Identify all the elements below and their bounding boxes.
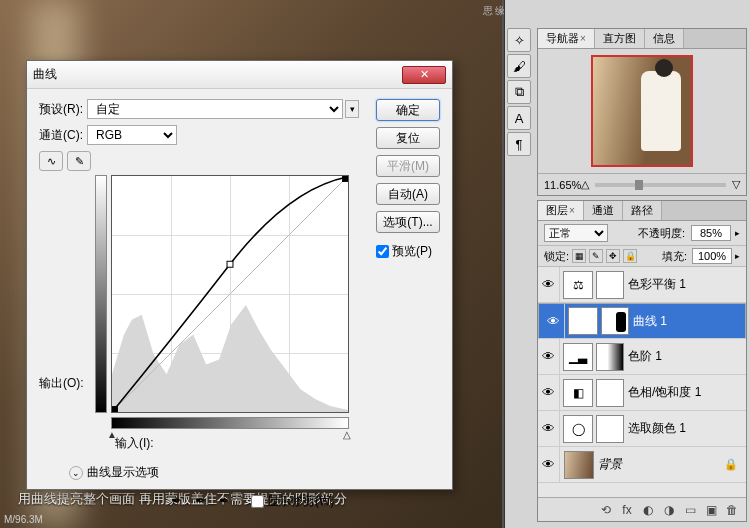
output-gradient: [95, 175, 107, 413]
white-point-slider[interactable]: △: [343, 429, 351, 440]
image-thumb: [564, 451, 594, 479]
preview-checkbox[interactable]: [376, 245, 389, 258]
zoom-out-icon[interactable]: △: [581, 178, 589, 191]
channel-select[interactable]: RGB: [87, 125, 177, 145]
navigator-thumbnail[interactable]: [591, 55, 693, 167]
curve-graph[interactable]: [111, 175, 349, 413]
tab-layers[interactable]: 图层×: [538, 201, 584, 220]
svg-rect-1: [227, 261, 233, 267]
preset-label: 预设(R):: [39, 101, 83, 118]
lock-image-icon[interactable]: ✎: [589, 249, 603, 263]
new-layer-icon[interactable]: ▣: [703, 502, 719, 518]
visibility-icon[interactable]: 👁: [538, 339, 560, 374]
input-label: 输入(I):: [115, 435, 154, 452]
mask-thumb[interactable]: [596, 271, 624, 299]
tab-channels[interactable]: 通道: [584, 201, 623, 220]
ok-button[interactable]: 确定: [376, 99, 440, 121]
layers-footer: ⟲ fx ◐ ◑ ▭ ▣ 🗑: [538, 497, 746, 521]
curve-pencil-tool[interactable]: ✎: [67, 151, 91, 171]
tab-histogram[interactable]: 直方图: [595, 29, 645, 48]
link-layers-icon[interactable]: ⟲: [598, 502, 614, 518]
lock-transparent-icon[interactable]: ▦: [572, 249, 586, 263]
fill-arrow-icon[interactable]: ▸: [735, 251, 740, 261]
black-eyedropper[interactable]: ✒: [167, 491, 185, 509]
lock-all-icon[interactable]: 🔒: [623, 249, 637, 263]
layer-levels[interactable]: 👁 ▁▃ 色阶 1: [538, 339, 746, 375]
dialog-titlebar[interactable]: 曲线 ✕: [27, 61, 452, 89]
mask-thumb[interactable]: [601, 307, 629, 335]
opacity-label: 不透明度:: [638, 226, 685, 241]
mask-thumb[interactable]: [596, 343, 624, 371]
delete-layer-icon[interactable]: 🗑: [724, 502, 740, 518]
svg-rect-2: [112, 406, 118, 412]
navigator-panel: 导航器× 直方图 信息 11.65% △ ▽: [537, 28, 747, 196]
curve-line: [112, 176, 348, 412]
smooth-button[interactable]: 平滑(M): [376, 155, 440, 177]
layer-list: 👁 ⚖ 色彩平衡 1 👁 〰 曲线 1 👁 ▁▃ 色阶 1 👁 ◧: [538, 267, 746, 497]
tool-arrange-icon[interactable]: ✧: [507, 28, 531, 52]
layer-curves[interactable]: 👁 〰 曲线 1: [538, 303, 746, 339]
layer-style-icon[interactable]: fx: [619, 502, 635, 518]
tool-clone-icon[interactable]: ⧉: [507, 80, 531, 104]
adjustment-thumb: ⚖: [563, 271, 593, 299]
tool-character-icon[interactable]: A: [507, 106, 531, 130]
adjustment-thumb: ◧: [563, 379, 593, 407]
input-gradient: [111, 417, 349, 429]
preset-menu-icon[interactable]: ▾: [345, 100, 359, 118]
layer-color-balance[interactable]: 👁 ⚖ 色彩平衡 1: [538, 267, 746, 303]
close-button[interactable]: ✕: [402, 66, 446, 84]
options-button[interactable]: 选项(T)...: [376, 211, 440, 233]
channel-label: 通道(C):: [39, 127, 83, 144]
adjustment-thumb: ▁▃: [563, 343, 593, 371]
preset-select[interactable]: 自定: [87, 99, 343, 119]
visibility-icon[interactable]: 👁: [538, 447, 560, 482]
curve-display-options[interactable]: ⌄ 曲线显示选项: [69, 464, 159, 481]
show-clipping-checkbox[interactable]: [251, 495, 264, 508]
fill-input[interactable]: [692, 248, 732, 264]
zoom-slider[interactable]: [595, 183, 726, 187]
auto-button[interactable]: 自动(A): [376, 183, 440, 205]
status-bar: M/96.3M: [0, 514, 43, 528]
curve-point-tool[interactable]: ∿: [39, 151, 63, 171]
close-icon: ✕: [420, 68, 429, 81]
tool-brush-icon[interactable]: 🖌: [507, 54, 531, 78]
visibility-icon[interactable]: 👁: [543, 304, 565, 338]
lock-position-icon[interactable]: ✥: [606, 249, 620, 263]
zoom-value[interactable]: 11.65%: [544, 179, 581, 191]
layer-background[interactable]: 👁 背景 🔒: [538, 447, 746, 483]
tool-paragraph-icon[interactable]: ¶: [507, 132, 531, 156]
show-clipping-label: 显示修剪(W): [267, 493, 334, 510]
svg-line-0: [112, 176, 348, 412]
new-adjustment-icon[interactable]: ◑: [661, 502, 677, 518]
dialog-title: 曲线: [33, 66, 402, 83]
gray-eyedropper[interactable]: ✒: [191, 491, 209, 509]
opacity-input[interactable]: [691, 225, 731, 241]
white-eyedropper[interactable]: ✒: [215, 491, 233, 509]
add-mask-icon[interactable]: ◐: [640, 502, 656, 518]
visibility-icon[interactable]: 👁: [538, 411, 560, 446]
layers-panel: 图层× 通道 路径 正常 不透明度: ▸ 锁定: ▦ ✎ ✥ 🔒 填充: ▸ 👁…: [537, 200, 747, 522]
layer-hue-saturation[interactable]: 👁 ◧ 色相/饱和度 1: [538, 375, 746, 411]
layer-selective-color[interactable]: 👁 ◯ 选取颜色 1: [538, 411, 746, 447]
tab-info[interactable]: 信息: [645, 29, 684, 48]
collapsed-tool-strip: ✧ 🖌 ⧉ A ¶: [507, 28, 533, 156]
svg-rect-3: [342, 176, 348, 182]
tab-paths[interactable]: 路径: [623, 201, 662, 220]
curves-dialog: 曲线 ✕ 预设(R): 自定 ▾ 通道(C): RGB ∿ ✎ 确定 复位 平滑…: [26, 60, 453, 490]
new-group-icon[interactable]: ▭: [682, 502, 698, 518]
panels-area: ✧ 🖌 ⧉ A ¶ 导航器× 直方图 信息 11.65% △ ▽ 图层× 通道 …: [504, 0, 750, 528]
blend-mode-select[interactable]: 正常: [544, 224, 608, 242]
output-label: 输出(O):: [39, 375, 84, 392]
visibility-icon[interactable]: 👁: [538, 375, 560, 410]
preview-label: 预览(P): [392, 243, 432, 260]
adjustment-thumb: 〰: [568, 307, 598, 335]
tab-navigator[interactable]: 导航器×: [538, 29, 595, 48]
visibility-icon[interactable]: 👁: [538, 267, 560, 302]
reset-button[interactable]: 复位: [376, 127, 440, 149]
opacity-arrow-icon[interactable]: ▸: [735, 228, 740, 238]
zoom-in-icon[interactable]: ▽: [732, 178, 740, 191]
chevron-down-icon: ⌄: [69, 466, 83, 480]
mask-thumb[interactable]: [596, 415, 624, 443]
mask-thumb[interactable]: [596, 379, 624, 407]
lock-icon: 🔒: [724, 458, 738, 471]
